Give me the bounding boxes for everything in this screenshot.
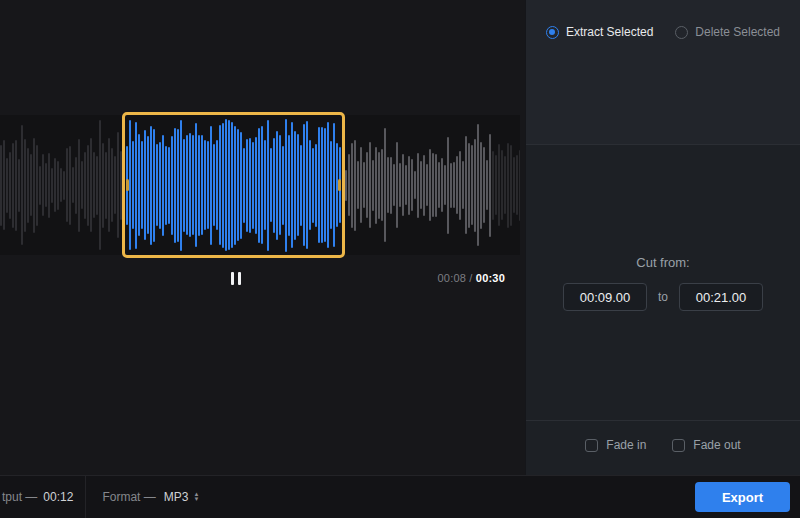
cut-range-row: to <box>526 283 800 311</box>
chevron-up-down-icon: ▲▼ <box>193 492 199 502</box>
fade-in-checkbox[interactable]: Fade in <box>585 438 646 452</box>
fade-out-label: Fade out <box>693 438 740 452</box>
pause-icon <box>238 272 241 285</box>
delete-selected-label: Delete Selected <box>695 25 780 39</box>
fade-out-checkbox[interactable]: Fade out <box>672 438 740 452</box>
cut-start-input[interactable] <box>563 283 647 311</box>
time-separator: / <box>466 272 476 284</box>
output-value: 00:12 <box>43 490 73 504</box>
bottom-bar: tput — 00:12 Format — MP3 ▲▼ Export <box>0 475 800 518</box>
to-label: to <box>658 290 668 304</box>
format-value: MP3 <box>164 490 189 504</box>
extract-selected-label: Extract Selected <box>566 25 653 39</box>
radio-dot-icon <box>549 29 555 35</box>
waveform-strip <box>0 115 520 255</box>
time-display: 00:08 / 00:30 <box>438 272 505 284</box>
format-label: Format — <box>102 490 155 504</box>
pause-icon <box>231 272 234 285</box>
current-time: 00:08 <box>438 272 467 284</box>
divider <box>85 476 86 518</box>
output-label: tput — <box>2 490 37 504</box>
radio-icon <box>675 26 688 39</box>
pause-button[interactable] <box>225 268 247 288</box>
selection-box[interactable] <box>122 112 345 258</box>
mode-row: Extract Selected Delete Selected <box>526 0 800 39</box>
format-select[interactable]: MP3 ▲▼ <box>164 490 200 504</box>
total-time: 00:30 <box>476 272 505 284</box>
selection-handle-right[interactable] <box>338 179 341 191</box>
audio-cutter-app: 00:08 / 00:30 Extract Selected Delete Se… <box>0 0 800 518</box>
output-duration: tput — 00:12 <box>2 490 73 504</box>
settings-panel: Extract Selected Delete Selected Cut fro… <box>525 0 800 475</box>
cut-end-input[interactable] <box>679 283 763 311</box>
delete-selected-radio[interactable]: Delete Selected <box>675 25 780 39</box>
divider <box>526 420 800 421</box>
editor-area: 00:08 / 00:30 <box>0 0 525 475</box>
extract-selected-radio[interactable]: Extract Selected <box>546 25 653 39</box>
checkbox-icon <box>585 439 598 452</box>
fade-row: Fade in Fade out <box>526 438 800 452</box>
cut-from-label: Cut from: <box>526 255 800 270</box>
checkbox-icon <box>672 439 685 452</box>
mode-section: Extract Selected Delete Selected <box>526 0 800 145</box>
radio-icon <box>546 26 559 39</box>
export-button[interactable]: Export <box>695 482 790 512</box>
fade-in-label: Fade in <box>606 438 646 452</box>
format-group: Format — MP3 ▲▼ <box>102 490 199 504</box>
selection-handle-left[interactable] <box>126 179 129 191</box>
